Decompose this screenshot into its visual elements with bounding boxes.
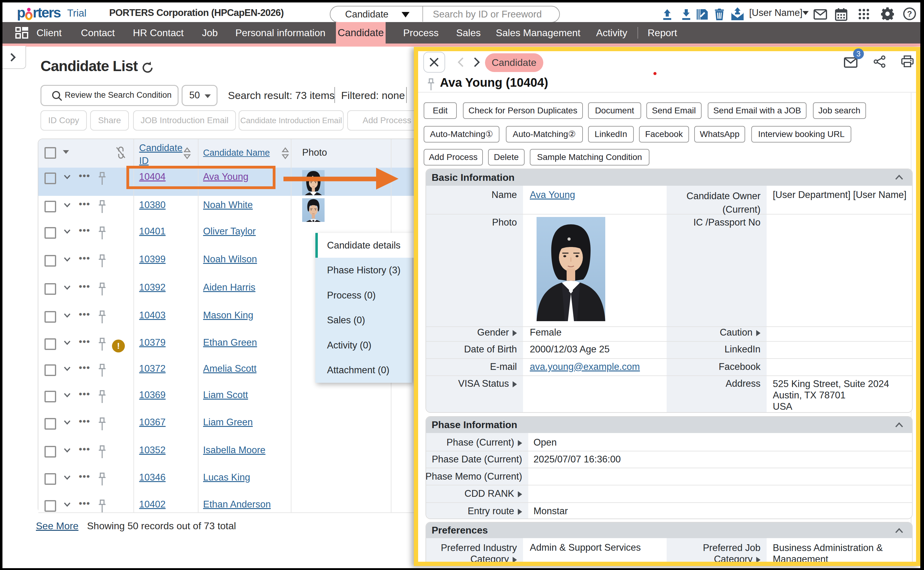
- svg-text:?: ?: [907, 9, 912, 18]
